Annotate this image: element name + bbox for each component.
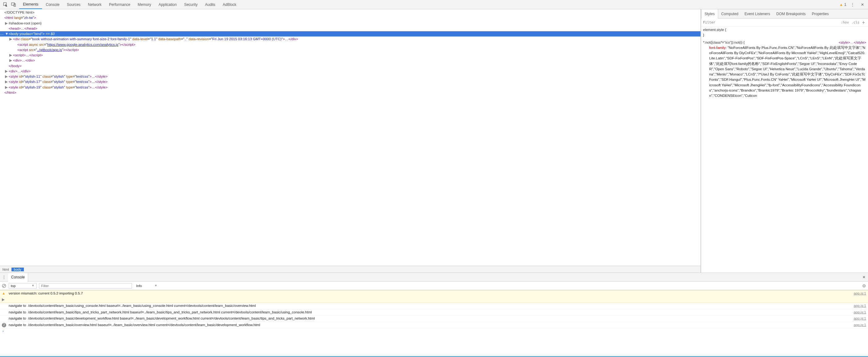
console-prompt[interactable]: › bbox=[0, 328, 868, 334]
console-message[interactable]: 2navigate to /devtools/content/learn_bas… bbox=[0, 322, 868, 328]
dom-tree[interactable]: <!DOCTYPE html><html lang="zh-tw">▶#shad… bbox=[0, 9, 701, 266]
close-icon[interactable]: ✕ bbox=[859, 1, 866, 8]
dom-node[interactable]: ▶<style id="stylish-19" class="stylish" … bbox=[0, 85, 701, 90]
dom-node[interactable]: </html> bbox=[0, 90, 701, 95]
source-link[interactable]: app.js:1 bbox=[851, 303, 866, 309]
hov-toggle[interactable]: :hov bbox=[839, 21, 850, 25]
repeat-badge: 2 bbox=[2, 323, 6, 327]
panel-tabs: ElementsConsoleSourcesNetworkPerformance… bbox=[19, 0, 839, 9]
inspect-icon[interactable] bbox=[2, 1, 9, 8]
console-drawer: ⋮ Console ✕ top Info ⚙ ▲ ▶version mismat… bbox=[0, 272, 868, 356]
clear-console-icon[interactable] bbox=[2, 284, 6, 288]
tab-security[interactable]: Security bbox=[181, 0, 201, 9]
console-message[interactable]: navigate to /devtools/content/learn_basi… bbox=[0, 310, 868, 316]
main-toolbar: ElementsConsoleSourcesNetworkPerformance… bbox=[0, 0, 868, 9]
dom-node[interactable]: ▶<div>…</div> bbox=[0, 69, 701, 74]
close-brace: } bbox=[703, 33, 704, 37]
css-selector: *:not([class*="ico"]):not(i) { bbox=[703, 40, 744, 44]
kebab-menu-icon[interactable]: ⋮ bbox=[849, 1, 856, 8]
styles-filter-input[interactable] bbox=[703, 21, 839, 25]
tab-network[interactable]: Network bbox=[84, 0, 105, 9]
dom-node[interactable]: </body> bbox=[0, 63, 701, 69]
dom-node[interactable]: ▶<div class="book without-animation with… bbox=[0, 36, 701, 42]
dom-node[interactable]: <html lang="zh-tw"> bbox=[0, 15, 701, 21]
context-selector[interactable]: top bbox=[9, 283, 36, 289]
sidebar-tabs: StylesComputedEvent ListenersDOM Breakpo… bbox=[701, 9, 868, 19]
element-style-selector: element.style { bbox=[703, 28, 726, 32]
dom-node[interactable]: <head>…</head> bbox=[0, 26, 701, 31]
dom-node[interactable]: ▶#shadow-root (open) bbox=[0, 21, 701, 26]
device-toggle-icon[interactable] bbox=[10, 1, 17, 8]
dom-node[interactable]: <!DOCTYPE html> bbox=[0, 10, 701, 15]
console-output[interactable]: ▲ ▶version mismatch: current 0.5.2 impor… bbox=[0, 290, 868, 356]
expand-icon[interactable]: ▶ bbox=[2, 298, 5, 301]
warning-icon: ▲ bbox=[839, 2, 843, 7]
side-tab-dom-breakpoints[interactable]: DOM Breakpoints bbox=[773, 9, 809, 18]
drawer-close-icon[interactable]: ✕ bbox=[860, 275, 868, 279]
warning-number: 1 bbox=[844, 2, 846, 7]
dom-node[interactable]: <script src="../gitbook/app.js"></script… bbox=[0, 47, 701, 53]
console-settings-icon[interactable]: ⚙ bbox=[862, 283, 866, 288]
side-tab-properties[interactable]: Properties bbox=[809, 9, 832, 18]
dom-node[interactable]: …▼<body youdao="bind"> == $0 bbox=[0, 31, 701, 36]
tab-elements[interactable]: Elements bbox=[19, 0, 42, 9]
tab-adblock[interactable]: AdBlock bbox=[219, 0, 240, 9]
side-tab-computed[interactable]: Computed bbox=[718, 9, 741, 18]
crumb-body[interactable]: body bbox=[11, 268, 24, 271]
css-value[interactable]: "NoForceAllFonts By Plus.Func.Fonts.CN",… bbox=[709, 46, 866, 97]
breadcrumb: htmlbody bbox=[0, 266, 701, 272]
dom-node[interactable]: ▶<style id="stylish-11" class="stylish" … bbox=[0, 74, 701, 79]
console-message[interactable]: navigate to /devtools/content/learn_basi… bbox=[0, 316, 868, 322]
dom-node[interactable]: ▶<div>…</div> bbox=[0, 58, 701, 63]
side-tab-event-listeners[interactable]: Event Listeners bbox=[741, 9, 773, 18]
tab-memory[interactable]: Memory bbox=[134, 0, 155, 9]
tab-application[interactable]: Application bbox=[155, 0, 181, 9]
rule-source-link[interactable]: <style>…</style> bbox=[839, 40, 866, 45]
console-message[interactable]: navigate to /devtools/content/learn_basi… bbox=[0, 303, 868, 310]
dom-node[interactable]: ▶<script>…</script> bbox=[0, 53, 701, 58]
source-link[interactable]: app.js:1 bbox=[851, 316, 866, 322]
side-tab-styles[interactable]: Styles bbox=[701, 9, 718, 19]
tab-performance[interactable]: Performance bbox=[105, 0, 134, 9]
styles-pane[interactable]: element.style { } <style>…</style> *:not… bbox=[701, 27, 868, 272]
dom-node[interactable]: ▶<style id="stylish-17" class="stylish" … bbox=[0, 79, 701, 85]
source-link[interactable]: app.js:1 bbox=[851, 291, 866, 302]
crumb-html[interactable]: html bbox=[0, 268, 11, 271]
tab-audits[interactable]: Audits bbox=[201, 0, 219, 9]
drawer-menu-icon[interactable]: ⋮ bbox=[0, 275, 8, 279]
console-message[interactable]: ▲ ▶version mismatch: current 0.5.2 impor… bbox=[0, 290, 868, 303]
console-tab[interactable]: Console bbox=[8, 273, 28, 282]
css-property[interactable]: font-family bbox=[709, 46, 725, 50]
source-link[interactable]: app.js:1 bbox=[851, 322, 866, 328]
new-rule-icon[interactable]: + bbox=[861, 20, 866, 25]
log-level-selector[interactable]: Info bbox=[134, 283, 159, 288]
warning-icon: ▲ bbox=[2, 291, 5, 295]
source-link[interactable]: app.js:1 bbox=[851, 310, 866, 316]
dom-node[interactable]: <script async src="https://www.google-an… bbox=[0, 42, 701, 47]
tab-sources[interactable]: Sources bbox=[63, 0, 84, 9]
tab-console[interactable]: Console bbox=[42, 0, 63, 9]
console-filter-input[interactable] bbox=[39, 283, 132, 289]
svg-line-4 bbox=[3, 285, 5, 287]
warning-count[interactable]: ▲ 1 bbox=[839, 2, 846, 7]
cls-toggle[interactable]: .cls bbox=[850, 21, 861, 25]
